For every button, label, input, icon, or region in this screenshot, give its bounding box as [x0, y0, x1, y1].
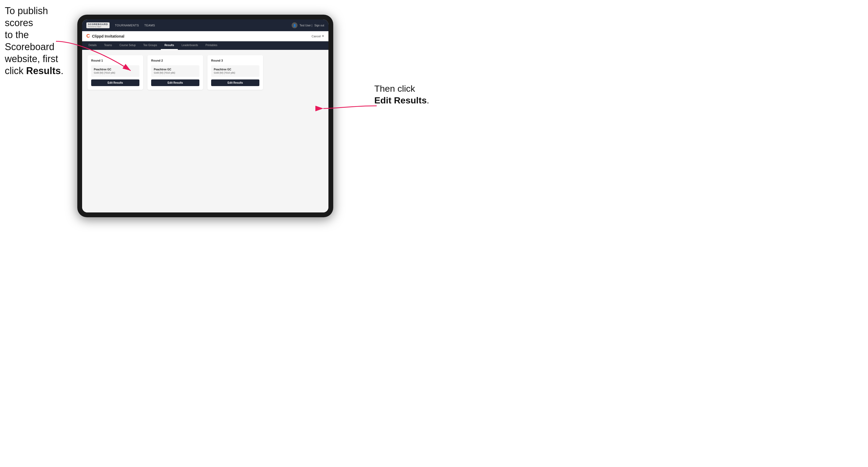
round-2-course-name: Peachtree GC	[154, 68, 197, 71]
nav-right: 👤 Test User | Sign out	[292, 22, 324, 28]
instruction-right-line-2-suffix: .	[427, 95, 429, 105]
round-3-card: Round 3 Peachtree GC Gold (M) (7010 yds)…	[208, 55, 263, 90]
instruction-line-3: website, first	[5, 53, 58, 64]
round-2-course-details: Gold (M) (7010 yds)	[154, 71, 197, 74]
logo-area: SCOREBOARD Powered by clippd	[86, 22, 110, 28]
round-2-course-card: Peachtree GC Gold (M) (7010 yds)	[151, 65, 199, 77]
tab-results[interactable]: Results	[161, 41, 178, 50]
tab-printables[interactable]: Printables	[202, 41, 221, 50]
cancel-label: Cancel	[312, 35, 321, 38]
instruction-line-1: To publish scores	[5, 5, 48, 28]
instruction-line-4-prefix: click	[5, 65, 26, 76]
navbar: SCOREBOARD Powered by clippd TOURNAMENTS…	[82, 20, 329, 31]
user-icon: 👤	[292, 22, 298, 28]
nav-tournaments[interactable]: TOURNAMENTS	[115, 24, 139, 27]
instruction-right: Then click Edit Results.	[374, 83, 429, 106]
cancel-button[interactable]: Cancel ✕	[312, 34, 324, 38]
tab-leaderboards[interactable]: Leaderboards	[178, 41, 202, 50]
instruction-right-line-2-bold: Edit Results	[374, 95, 427, 105]
round-3-course-name: Peachtree GC	[214, 68, 257, 71]
instruction-line-2: to the Scoreboard	[5, 29, 54, 52]
empty-column	[268, 55, 323, 90]
logo-box: SCOREBOARD Powered by clippd	[86, 22, 110, 28]
round-2-title: Round 2	[151, 59, 199, 62]
round-3-course-details: Gold (M) (7010 yds)	[214, 71, 257, 74]
nav-links: TOURNAMENTS TEAMS	[115, 24, 292, 27]
tournament-title: Clippd Invitational	[92, 34, 124, 38]
nav-teams[interactable]: TEAMS	[144, 24, 155, 27]
clippd-logo-c: C	[86, 33, 90, 39]
round-3-course-card: Peachtree GC Gold (M) (7010 yds)	[211, 65, 259, 77]
user-label: Test User |	[300, 24, 312, 27]
round-3-edit-results-button[interactable]: Edit Results	[211, 80, 259, 86]
instruction-right-line-1: Then click	[374, 84, 415, 94]
round-3-title: Round 3	[211, 59, 259, 62]
round-2-edit-results-button[interactable]: Edit Results	[151, 80, 199, 86]
tournament-title-area: C Clippd Invitational	[86, 33, 124, 39]
logo-subtext: Powered by clippd	[88, 26, 108, 27]
close-icon: ✕	[322, 34, 324, 38]
tab-tee-groups[interactable]: Tee Groups	[140, 41, 161, 50]
logo-text: SCOREBOARD	[88, 23, 108, 26]
arrow-to-results	[53, 39, 138, 81]
arrow-to-edit-results	[321, 100, 379, 117]
signout-button[interactable]: Sign out	[314, 24, 324, 27]
round-2-card: Round 2 Peachtree GC Gold (M) (7010 yds)…	[148, 55, 203, 90]
